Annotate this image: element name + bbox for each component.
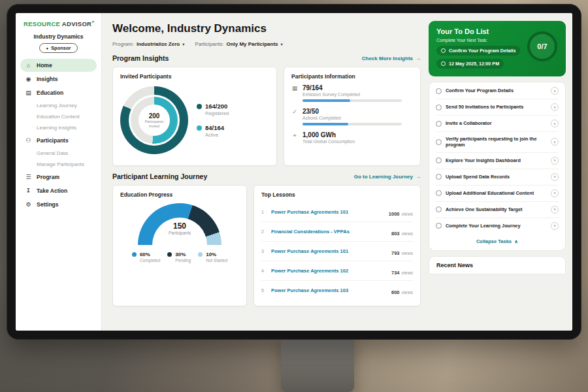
program-filter[interactable]: Program: Industrialize Zero ▾ xyxy=(112,41,184,47)
logo-plus: + xyxy=(91,20,94,24)
collapse-tasks-link[interactable]: Collapse Tasks ∧ xyxy=(436,234,559,250)
lesson-views: 803 xyxy=(391,231,400,237)
learning-cards-row: Education Progress 150 Participants xyxy=(112,185,421,306)
task-checkbox[interactable] xyxy=(436,174,442,180)
not-started-value: 10% xyxy=(206,252,216,257)
sidebar-item-home[interactable]: ⌂ Home xyxy=(20,59,97,72)
sidebar-item-label: Education xyxy=(37,90,63,96)
active-dot-icon xyxy=(197,125,202,131)
todo-next-task[interactable]: Confirm Your Program Details xyxy=(436,46,520,56)
lesson-link[interactable]: Power Purchase Agreements 101 xyxy=(271,248,387,254)
task-item-confirm-program[interactable]: Confirm Your Program Details › xyxy=(436,83,559,99)
program-icon: ☰ xyxy=(25,174,32,180)
active-value: 84/164 xyxy=(205,124,224,131)
sidebar-item-take-action[interactable]: ↧ Take Action xyxy=(20,184,97,197)
task-item-verify-participants[interactable]: Verify participants requesting to join t… xyxy=(436,132,559,153)
task-item-invite-collaborator[interactable]: Invite a Collaborator › xyxy=(436,116,559,132)
task-item-upload-spend-data[interactable]: Upload Spend Data Records › xyxy=(436,169,559,186)
task-label: Confirm Your Program Details xyxy=(446,88,547,93)
task-checkbox[interactable] xyxy=(436,105,442,110)
stat-actions-completed: ✓ 23/50 Actions Completed xyxy=(291,108,413,125)
task-checkbox[interactable] xyxy=(436,223,442,229)
sidebar-item-settings[interactable]: ⚙ Settings xyxy=(20,198,97,211)
sidebar: RESOURCE ADVISOR+ Industry Dynamics ● Sp… xyxy=(16,13,102,331)
go-to-learning-journey-link[interactable]: Go to Learning Journey → xyxy=(354,174,421,180)
task-checkbox[interactable] xyxy=(436,157,442,163)
chevron-right-icon[interactable]: › xyxy=(551,206,559,214)
sidebar-item-learning-journey[interactable]: Learning Journey xyxy=(20,100,97,111)
check-more-insights-link[interactable]: Check More Insights → xyxy=(362,56,421,61)
sidebar-item-general-data[interactable]: General Data xyxy=(20,148,97,159)
learning-journey-title: Participant Learning Journey xyxy=(112,172,207,180)
chevron-right-icon[interactable]: › xyxy=(551,189,559,197)
sidebar-item-label: Take Action xyxy=(37,188,67,194)
sidebar-item-insights[interactable]: ◉ Insights xyxy=(20,73,97,86)
todo-next-task-label: Confirm Your Program Details xyxy=(449,48,515,54)
lesson-link[interactable]: Power Purchase Agreements 102 xyxy=(271,268,387,274)
recent-news-title: Recent News xyxy=(436,262,558,269)
sidebar-item-program[interactable]: ☰ Program xyxy=(20,171,97,184)
top-lessons-title: Top Lessons xyxy=(261,191,413,198)
task-item-send-invitations[interactable]: Send 50 Invitations to Participants › xyxy=(436,99,559,116)
chevron-right-icon[interactable]: › xyxy=(551,157,559,165)
sidebar-item-education-content[interactable]: Education Content xyxy=(20,111,97,122)
main-content: Welcome, Industry Dynamics Program: Indu… xyxy=(112,21,421,331)
background-room: RESOURCE ADVISOR+ Industry Dynamics ● Sp… xyxy=(0,0,588,392)
legend-item-active: 84/164 Active xyxy=(197,124,229,138)
monitor-bezel: RESOURCE ADVISOR+ Industry Dynamics ● Sp… xyxy=(7,4,581,340)
todo-due-date: 12 May 2025, 12:00 PM xyxy=(436,59,504,69)
lesson-rank: 4 xyxy=(261,269,267,273)
task-item-achieve-target[interactable]: Achieve One Sustainability Target › xyxy=(436,202,559,218)
task-checkbox[interactable] xyxy=(436,139,442,145)
program-filter-label: Program: xyxy=(112,41,134,47)
lesson-link[interactable]: Power Purchase Agreements 103 xyxy=(271,287,387,293)
stat-value: 1,000 GWh xyxy=(302,131,355,139)
home-icon: ⌂ xyxy=(25,62,32,69)
sidebar-item-manage-participants[interactable]: Manage Participants xyxy=(20,159,97,170)
task-label: Upload Spend Data Records xyxy=(446,174,547,180)
chevron-right-icon[interactable]: › xyxy=(551,138,559,146)
chevron-right-icon[interactable]: › xyxy=(551,173,559,181)
chevron-right-icon[interactable]: › xyxy=(551,222,559,230)
lesson-rank: 3 xyxy=(261,249,267,253)
pending-dot-icon xyxy=(167,252,172,257)
sidebar-nav: ⌂ Home ◉ Insights ▤ Education Learning J… xyxy=(16,59,101,211)
recent-news-card[interactable]: Recent News xyxy=(429,256,566,274)
chevron-right-icon[interactable]: › xyxy=(551,87,559,95)
lesson-views: 1000 xyxy=(389,211,400,217)
participants-filter[interactable]: Participants: Only My Participants ▾ xyxy=(195,41,282,47)
check-more-insights-label: Check More Insights xyxy=(362,56,413,61)
chevron-right-icon[interactable]: › xyxy=(551,103,559,111)
pending-value: 30% xyxy=(175,252,186,257)
todo-progress-ring: 0/7 xyxy=(527,31,557,61)
legend-item-completed: 60% Completed xyxy=(132,252,160,263)
lesson-link[interactable]: Power Purchase Agreements 101 xyxy=(271,209,384,215)
task-label: Achieve One Sustainability Target xyxy=(446,206,547,212)
task-checkbox[interactable] xyxy=(436,206,442,212)
stat-value: 23/50 xyxy=(302,108,402,115)
task-label: Complete Your Learning Journey xyxy=(446,223,547,229)
chevron-right-icon[interactable]: › xyxy=(551,120,559,127)
legend-item-not-started: 10% Not Started xyxy=(198,252,227,263)
lesson-views: 600 xyxy=(391,289,400,295)
filters-row: Program: Industrialize Zero ▾ Participan… xyxy=(112,41,421,47)
lesson-rank: 5 xyxy=(261,288,267,293)
sponsor-badge[interactable]: ● Sponsor xyxy=(39,43,77,53)
task-label: Verify participants requesting to join t… xyxy=(446,136,547,148)
lesson-views-word: views xyxy=(401,212,413,216)
task-checkbox[interactable] xyxy=(436,190,442,196)
sidebar-item-participants[interactable]: ⚇ Participants xyxy=(20,134,97,147)
task-item-upload-educational-content[interactable]: Upload Additional Educational Content › xyxy=(436,186,559,202)
task-checkbox[interactable] xyxy=(436,121,442,127)
task-checkbox[interactable] xyxy=(436,88,442,94)
task-item-explore-insights[interactable]: Explore Your Insights Dashboard › xyxy=(436,153,559,169)
participants-information-card: Participants Information ▦ 79/164 Emissi… xyxy=(284,67,421,166)
lesson-link[interactable]: Financial Considerations - VPPAs xyxy=(271,229,387,235)
sidebar-item-learning-insights[interactable]: Learning Insights xyxy=(20,122,97,133)
task-item-complete-learning-journey[interactable]: Complete Your Learning Journey › xyxy=(436,218,559,234)
gauge-center-label: Participants xyxy=(138,231,221,235)
stat-label: Actions Completed xyxy=(302,116,402,120)
donut-legend: 164/200 Registered 84/164 xyxy=(197,103,229,138)
program-insights-header: Program Insights Check More Insights → xyxy=(112,54,421,62)
sidebar-item-education[interactable]: ▤ Education xyxy=(20,86,97,99)
